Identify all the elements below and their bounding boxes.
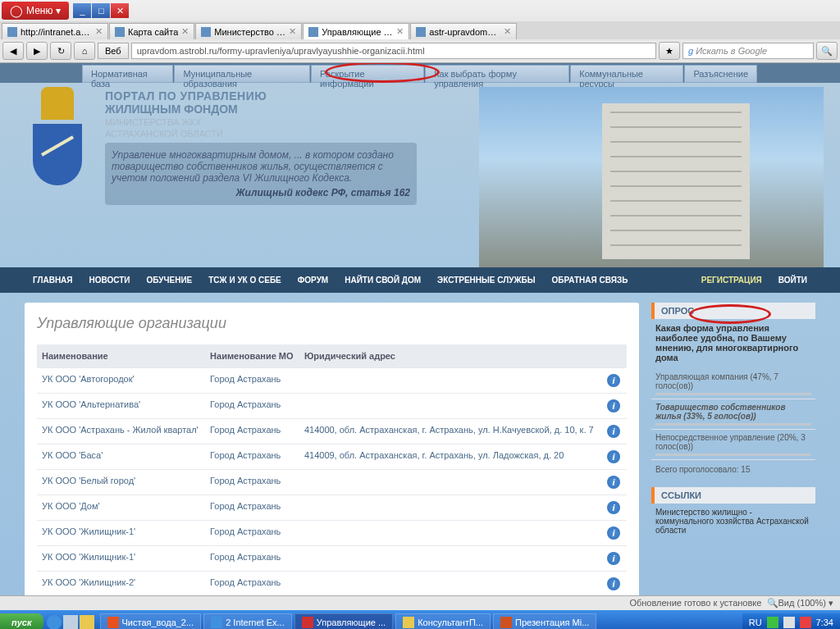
login-link[interactable]: ВОЙТИ: [770, 272, 815, 288]
info-icon[interactable]: i: [607, 450, 620, 463]
info-icon[interactable]: i: [607, 374, 620, 387]
main-nav-item[interactable]: ОБРАТНАЯ СВЯЗЬ: [544, 272, 637, 288]
main-nav-item[interactable]: ТСЖ И УК О СЕБЕ: [200, 272, 290, 288]
org-address: [299, 495, 602, 521]
zoom-indicator[interactable]: Вид (100%): [778, 598, 826, 608]
taskbar-item[interactable]: Управляющие ...: [294, 613, 393, 629]
poll-option[interactable]: Непосредственное управление (20%, 3 голо…: [651, 430, 815, 460]
info-icon[interactable]: i: [607, 526, 620, 540]
close-icon[interactable]: ✕: [181, 26, 189, 37]
reload-button[interactable]: ↻: [50, 42, 71, 60]
table-row: УК ООО 'Жилищник-2'Город Астраханьi: [37, 572, 627, 596]
ie-icon[interactable]: [47, 615, 62, 629]
org-address: 414000, обл. Астраханская, г. Астрахань,…: [299, 419, 602, 444]
column-header: Наименование: [37, 344, 205, 368]
info-icon[interactable]: i: [607, 425, 620, 438]
zoom-button[interactable]: 🔍: [816, 42, 838, 60]
sidebar-link[interactable]: Министерство жилищно - коммунального хоз…: [651, 508, 815, 535]
table-row: УК ООО 'Автогородок'Город Астраханьi: [37, 368, 627, 394]
browser-tab[interactable]: Карта сайта✕: [109, 23, 194, 39]
browser-tab[interactable]: astr-upravdom@m...✕: [410, 23, 517, 39]
browser-tab[interactable]: Управляющие орг...✕: [303, 23, 409, 39]
explorer-icon[interactable]: [80, 615, 94, 629]
close-icon[interactable]: ✕: [396, 26, 404, 37]
tray-icon[interactable]: [783, 617, 795, 628]
tab-label: astr-upravdom@m...: [429, 27, 500, 37]
tray-icon[interactable]: [800, 617, 811, 628]
main-nav-item[interactable]: НАЙТИ СВОЙ ДОМ: [336, 272, 429, 288]
shield-icon: [33, 124, 82, 185]
clock[interactable]: 7:34: [816, 618, 833, 627]
info-icon[interactable]: i: [607, 501, 620, 514]
tab-label: Министерство жи...: [214, 27, 285, 37]
minimize-button[interactable]: _: [73, 3, 91, 18]
org-name: УК ООО 'Альтернатива': [37, 394, 205, 419]
org-mo: Город Астрахань: [205, 368, 299, 394]
app-icon: [500, 617, 512, 628]
crown-icon: [41, 87, 74, 120]
table-row: УК ООО 'Астрахань - Жилой квартал'Город …: [37, 419, 627, 444]
taskbar-item[interactable]: Презентация Mi...: [493, 613, 596, 629]
top-nav-item[interactable]: Разъяснение: [684, 65, 757, 83]
top-nav-item[interactable]: Как выбрать форму управления: [425, 65, 569, 83]
info-icon[interactable]: i: [607, 577, 620, 590]
search-box[interactable]: g Искать в Google: [682, 43, 814, 59]
back-button[interactable]: ◀: [2, 42, 24, 60]
main-nav-item[interactable]: ЭКСТРЕННЫЕ СЛУЖБЫ: [429, 272, 543, 288]
table-row: УК ООО 'Белый город'Город Астраханьi: [37, 470, 627, 495]
page-icon: [416, 27, 426, 37]
bookmark-button[interactable]: ★: [659, 42, 680, 60]
table-row: УК ООО 'Баса'Город Астрахань414009, обл.…: [37, 444, 627, 470]
tab-bar: http://intranet.astr...✕Карта сайта✕Мини…: [0, 21, 840, 39]
home-button[interactable]: ⌂: [74, 42, 95, 60]
maximize-button[interactable]: □: [92, 3, 110, 18]
poll-option[interactable]: Управляющая компания (47%, 7 голос(ов)): [651, 369, 815, 399]
register-link[interactable]: РЕГИСТРАЦИЯ: [693, 272, 770, 288]
org-mo: Город Астрахань: [205, 521, 299, 546]
tab-label: http://intranet.astr...: [21, 27, 92, 37]
poll-option[interactable]: Товарищество собственников жилья (33%, 5…: [651, 399, 815, 430]
org-mo: Город Астрахань: [205, 394, 299, 419]
info-icon[interactable]: i: [607, 476, 620, 489]
desktop-icon[interactable]: [63, 615, 78, 629]
top-nav-item[interactable]: Нормативная база: [82, 65, 173, 83]
info-icon[interactable]: i: [607, 552, 620, 565]
taskbar-item[interactable]: Чистая_вода_2...: [100, 613, 202, 629]
table-row: УК ООО 'Альтернатива'Город Астраханьi: [37, 394, 627, 419]
browser-tab[interactable]: Министерство жи...✕: [195, 23, 302, 39]
opera-menu-button[interactable]: ◯ Меню ▾: [2, 2, 69, 20]
taskbar-item[interactable]: КонсультантП...: [395, 613, 491, 629]
tray-icon[interactable]: [767, 617, 778, 628]
top-nav-item[interactable]: Коммунальные ресурсы: [570, 65, 683, 83]
portal-title-line2: ЖИЛИЩНЫМ ФОНДОМ: [105, 103, 472, 116]
main-nav-item[interactable]: ОБУЧЕНИЕ: [139, 272, 201, 288]
main-nav-item[interactable]: ГЛАВНАЯ: [25, 272, 81, 288]
portal-title-line1: ПОРТАЛ ПО УПРАВЛЕНИЮ: [105, 89, 472, 103]
main-nav-item[interactable]: ФОРУМ: [290, 272, 336, 288]
org-mo: Город Астрахань: [205, 572, 299, 596]
page-icon: [115, 27, 125, 37]
forward-button[interactable]: ▶: [26, 42, 48, 60]
org-name: УК ООО 'Дом': [37, 495, 205, 521]
update-notification[interactable]: Обновление готово к установке: [629, 598, 761, 608]
start-button[interactable]: пуск: [0, 613, 43, 629]
top-nav-item[interactable]: Раскрытие информации: [311, 65, 424, 83]
main-nav-item[interactable]: НОВОСТИ: [81, 272, 139, 288]
org-address: [299, 521, 602, 546]
info-icon[interactable]: i: [607, 399, 620, 412]
close-icon[interactable]: ✕: [504, 26, 511, 37]
close-icon[interactable]: ✕: [95, 26, 103, 37]
top-nav-item[interactable]: Муниципальные образования: [174, 65, 309, 83]
quote-text: Управление многоквартирным домом, ... в …: [112, 149, 410, 184]
address-bar[interactable]: upravdom.astrobl.ru/formy-upravleniya/up…: [131, 43, 656, 59]
status-bar: Обновление готово к установке 🔍Вид (100%…: [0, 595, 840, 610]
browser-tab[interactable]: http://intranet.astr...✕: [2, 23, 108, 39]
close-button[interactable]: ✕: [111, 3, 129, 18]
taskbar-item[interactable]: 2 Internet Ex...: [203, 613, 292, 629]
app-icon: [403, 617, 414, 628]
org-name: УК ООО 'Автогородок': [37, 368, 205, 394]
language-indicator[interactable]: RU: [749, 618, 762, 627]
org-address: [299, 572, 602, 596]
ministry-text2: АСТРАХАНСКОЙ ОБЛАСТИ: [105, 129, 472, 139]
close-icon[interactable]: ✕: [289, 26, 296, 37]
